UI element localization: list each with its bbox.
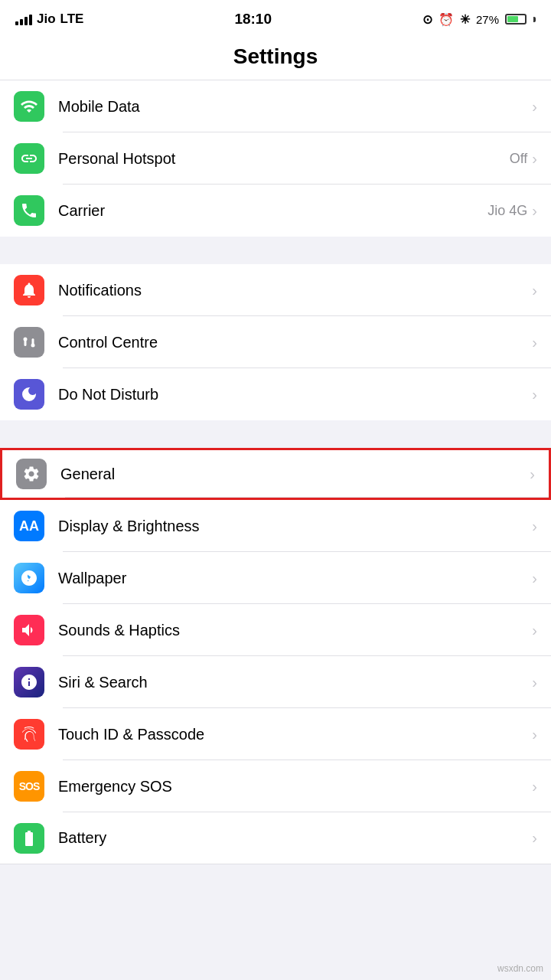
status-right: ⊙ ⏰ ✳ 27% [422, 12, 536, 27]
display-brightness-right: › [532, 518, 537, 535]
alarm-icon: ⏰ [439, 12, 454, 27]
wallpaper-label: Wallpaper [58, 570, 126, 587]
touch-id-chevron: › [532, 726, 537, 743]
bluetooth-icon: ✳ [460, 12, 470, 27]
battery-settings-icon [14, 823, 44, 854]
sounds-haptics-label: Sounds & Haptics [58, 622, 180, 639]
mobile-data-content: Mobile Data › [58, 98, 537, 116]
svg-rect-3 [32, 338, 34, 346]
touch-id-icon [14, 719, 44, 750]
mobile-data-label: Mobile Data [58, 98, 140, 116]
display-brightness-icon-text: AA [19, 518, 39, 534]
do-not-disturb-content: Do Not Disturb › [58, 386, 537, 403]
siri-search-content: Siri & Search › [58, 674, 537, 691]
touch-id-right: › [532, 726, 537, 743]
control-centre-right: › [532, 334, 537, 351]
personal-hotspot-icon [14, 143, 44, 174]
emergency-sos-chevron: › [532, 778, 537, 795]
wallpaper-icon [14, 563, 44, 593]
carrier-content: Carrier Jio 4G › [58, 202, 537, 220]
svg-rect-1 [24, 338, 27, 346]
mobile-data-chevron: › [532, 98, 537, 116]
mobile-data-icon [14, 91, 44, 122]
siri-search-right: › [532, 674, 537, 691]
display-brightness-icon: AA [14, 511, 44, 541]
sounds-haptics-chevron: › [532, 622, 537, 639]
touch-id-label: Touch ID & Passcode [58, 726, 204, 743]
settings-row-do-not-disturb[interactable]: Do Not Disturb › [0, 368, 551, 420]
general-content: General › [60, 466, 535, 483]
carrier-icon [14, 195, 44, 226]
touch-id-content: Touch ID & Passcode › [58, 726, 537, 743]
do-not-disturb-chevron: › [532, 386, 537, 403]
settings-row-emergency-sos[interactable]: SOS Emergency SOS › [0, 760, 551, 812]
wallpaper-content: Wallpaper › [58, 570, 537, 587]
divider-2 [0, 420, 551, 448]
emergency-sos-content: Emergency SOS › [58, 778, 537, 795]
sounds-haptics-content: Sounds & Haptics › [58, 622, 537, 639]
settings-row-wallpaper[interactable]: Wallpaper › [0, 552, 551, 604]
signal-bar-2 [20, 19, 23, 25]
notifications-chevron: › [532, 282, 537, 299]
signal-bar-3 [24, 17, 28, 25]
battery-settings-content: Battery › [58, 829, 537, 847]
general-label: General [60, 466, 115, 483]
display-brightness-content: Display & Brightness › [58, 518, 537, 535]
settings-row-siri-search[interactable]: Siri & Search › [0, 656, 551, 708]
wallpaper-right: › [532, 570, 537, 587]
settings-row-battery[interactable]: Battery › [0, 812, 551, 864]
display-brightness-chevron: › [532, 518, 537, 535]
do-not-disturb-right: › [532, 386, 537, 403]
emergency-sos-label: Emergency SOS [58, 778, 172, 795]
personal-hotspot-label: Personal Hotspot [58, 150, 175, 168]
emergency-sos-right: › [532, 778, 537, 795]
personal-hotspot-chevron: › [532, 150, 537, 168]
carrier-right: Jio 4G › [487, 202, 537, 220]
settings-row-personal-hotspot[interactable]: Personal Hotspot Off › [0, 132, 551, 185]
siri-search-label: Siri & Search [58, 674, 148, 691]
page-title-bar: Settings [0, 38, 551, 80]
personal-hotspot-content: Personal Hotspot Off › [58, 150, 537, 168]
network-label: LTE [60, 11, 84, 27]
section-connectivity: Mobile Data › Personal Hotspot Off › Car… [0, 80, 551, 237]
emergency-sos-icon: SOS [14, 771, 44, 802]
do-not-disturb-label: Do Not Disturb [58, 386, 158, 403]
carrier-label: Jio [37, 11, 56, 27]
settings-row-general[interactable]: General › [0, 448, 551, 500]
settings-row-sounds-haptics[interactable]: Sounds & Haptics › [0, 604, 551, 656]
battery-icon [505, 14, 527, 24]
battery-tip [533, 17, 536, 22]
section-system1: Notifications › Control Centre › Do Not … [0, 264, 551, 420]
emergency-sos-icon-text: SOS [19, 780, 40, 792]
carrier-value: Jio 4G [487, 203, 527, 219]
settings-row-notifications[interactable]: Notifications › [0, 264, 551, 316]
settings-row-touch-id[interactable]: Touch ID & Passcode › [0, 708, 551, 760]
display-brightness-label: Display & Brightness [58, 518, 200, 535]
settings-row-carrier[interactable]: Carrier Jio 4G › [0, 185, 551, 237]
personal-hotspot-right: Off › [510, 150, 537, 168]
location-icon: ⊙ [422, 12, 432, 27]
section-system2: General › AA Display & Brightness › Wall… [0, 448, 551, 864]
status-left: Jio LTE [15, 11, 83, 27]
control-centre-label: Control Centre [58, 334, 158, 351]
general-chevron: › [530, 466, 535, 483]
signal-bar-4 [29, 15, 32, 25]
sounds-haptics-icon [14, 615, 44, 645]
settings-row-control-centre[interactable]: Control Centre › [0, 316, 551, 368]
sounds-haptics-right: › [532, 622, 537, 639]
settings-row-mobile-data[interactable]: Mobile Data › [0, 80, 551, 132]
carrier-label-row: Carrier [58, 202, 105, 220]
battery-settings-chevron: › [532, 829, 537, 847]
status-bar: Jio LTE 18:10 ⊙ ⏰ ✳ 27% [0, 0, 551, 38]
battery-settings-label: Battery [58, 829, 106, 847]
wallpaper-chevron: › [532, 570, 537, 587]
siri-search-icon [14, 667, 44, 697]
control-centre-icon [14, 327, 44, 358]
watermark: wsxdn.com [497, 963, 543, 974]
signal-bars [15, 13, 32, 25]
battery-percent: 27% [476, 13, 499, 26]
notifications-icon [14, 275, 44, 305]
settings-row-display-brightness[interactable]: AA Display & Brightness › [0, 500, 551, 552]
siri-search-chevron: › [532, 674, 537, 691]
page-title: Settings [233, 44, 318, 68]
